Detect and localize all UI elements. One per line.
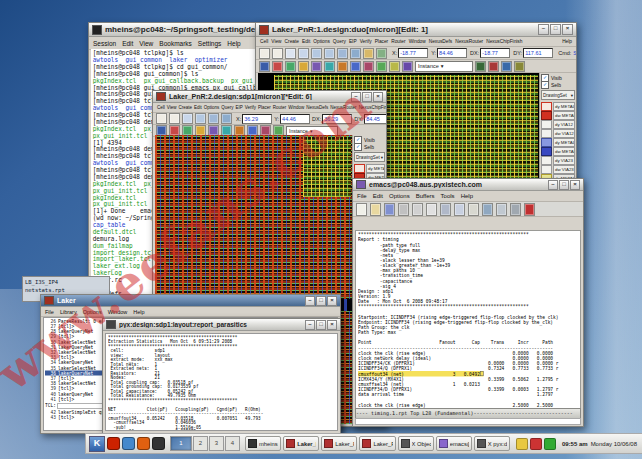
menu-item[interactable]: Create [285,39,299,44]
menu-item[interactable]: Tools [441,193,455,199]
field-value[interactable]: 44.46 [280,114,310,124]
flip-icon[interactable] [324,61,335,72]
menu-item[interactable]: Buffers [416,193,435,199]
field-value[interactable]: 84.46 [437,48,467,58]
emacs-titlebar[interactable]: emacs@pc048.aus.pyxistech.com – □ × [353,179,583,191]
drawing-set-dropdown[interactable]: DrawingSet▾ [541,90,575,100]
pager-desktop[interactable]: 4 [225,436,240,451]
layer-row[interactable]: dw VIA12 [541,129,575,138]
close-button[interactable]: × [327,296,337,306]
menu-item[interactable]: Placer [258,105,271,110]
minimize-button[interactable]: – [538,24,549,35]
zoom-out-icon[interactable] [195,113,206,124]
label-icon[interactable] [363,61,374,72]
minimize-button[interactable]: – [351,92,361,102]
dialog-titlebar[interactable]: pyx:design:sdp1:layout:report_parasitics… [103,319,340,331]
copy-icon[interactable] [454,203,465,216]
menu-item[interactable]: Router [273,105,287,110]
layer-color-swatch[interactable] [354,164,365,173]
zoom-in-icon[interactable] [298,48,309,59]
menu-item[interactable]: Verify [245,105,256,110]
menu-item[interactable]: Cell [157,105,165,110]
taskbar-clock[interactable]: 09:55 am Monday 10/06/08 [562,441,639,447]
menu-item[interactable]: NexusRouter [330,105,356,110]
menu-item[interactable]: Settings [198,40,222,47]
terminal-icon[interactable] [152,437,165,450]
klipper-icon[interactable] [516,438,528,450]
field-value[interactable]: 36.29 [322,114,352,124]
redhat-icon[interactable] [107,437,120,450]
laker2-titlebar[interactable]: Laker_PnR:2.design:sdp1[micron][*Edit: 6… [153,91,386,103]
close-icon[interactable] [398,203,409,216]
close-button[interactable]: × [570,180,580,190]
taskbar-task-button[interactable]: mheins@pc048:~/Spri... [245,436,281,451]
menu-item[interactable]: Options [83,309,102,315]
minimize-button[interactable]: – [548,180,558,190]
maximize-button[interactable]: □ [559,180,569,190]
layer-row[interactable]: dw METAL2 [541,147,575,156]
menu-item[interactable]: Cell [260,39,268,44]
menu-item[interactable]: Query [333,39,346,44]
layer-row[interactable]: dy VIA12 [541,120,575,129]
firefox-icon[interactable] [137,437,150,450]
layer-color-swatch[interactable] [541,102,552,111]
drawing-set-dropdown[interactable]: DrawingSet▾ [354,152,385,162]
probe-icon[interactable] [389,61,400,72]
menu-item[interactable]: Options [204,105,220,110]
menu-item[interactable]: Library [60,309,77,315]
close-button[interactable]: × [327,320,337,330]
instance-dropdown[interactable]: Instance▾ [415,61,473,72]
wire-icon[interactable] [337,61,348,72]
taskbar-task-button[interactable]: Laker_PnR:1.design:d... [321,436,357,451]
menu-item[interactable]: File [45,309,54,315]
menu-item[interactable]: Window [288,105,304,110]
search-icon[interactable] [482,203,493,216]
zoom-in-icon[interactable] [182,113,193,124]
menu-item[interactable]: NexusDefs [306,105,328,110]
menu-help[interactable]: Help [562,39,572,44]
maximize-button[interactable]: □ [362,92,372,102]
taskbar-task-button[interactable]: Laker_PnR:2.design:s... [359,436,395,451]
layer-row[interactable]: dw VIA23 [541,165,575,174]
layer-row[interactable]: dy METAL1 [541,102,575,111]
menu-item[interactable]: Bookmarks [159,40,192,47]
save-icon[interactable] [384,203,395,216]
undo-icon[interactable] [350,48,361,59]
close-button[interactable]: × [562,24,573,35]
print-icon[interactable] [285,48,296,59]
menu-item[interactable]: NexusRouter [455,39,483,44]
layer-row[interactable]: dw METAL1 [541,111,575,120]
cut-icon[interactable] [440,203,451,216]
menu-item[interactable]: Session [93,40,116,47]
menu-item[interactable]: Query [221,105,233,110]
taskbar-task-button[interactable]: X Object Attributes : N... [398,436,434,451]
status-green-icon[interactable] [544,438,556,450]
zoom-out-icon[interactable] [311,48,322,59]
menu-item[interactable]: Window [108,309,128,315]
new-file-icon[interactable] [356,203,367,216]
rotate-icon[interactable] [311,61,322,72]
open-icon[interactable] [156,113,167,124]
menu-item[interactable]: Options [389,193,410,199]
instance-dropdown[interactable]: Instance▾ [286,126,338,136]
pager-desktop[interactable]: 3 [209,436,224,451]
layer-color-swatch[interactable] [541,111,552,120]
place-icon[interactable] [475,61,486,72]
konqueror-icon[interactable] [122,437,135,450]
via-icon[interactable] [350,61,361,72]
window-icon[interactable] [426,203,437,216]
menu-item[interactable]: NexusDefs [429,39,452,44]
menu-item[interactable]: Window [409,39,426,44]
menu-item[interactable]: Edit [122,40,133,47]
layer-color-swatch[interactable] [541,138,552,147]
select-icon[interactable] [259,61,270,72]
taskbar-task-button[interactable]: emacs@pc048.aus.py... [436,436,472,451]
menu-item[interactable]: Edit [373,193,383,199]
undo-icon[interactable] [412,203,423,216]
menu-item[interactable]: Help [461,193,473,199]
parasitics-report[interactable]: ****************************************… [105,333,338,431]
stretch-icon[interactable] [298,61,309,72]
field-value[interactable]: -18.77 [480,48,510,58]
minimize-button[interactable]: – [305,320,315,330]
save-icon[interactable] [169,113,180,124]
